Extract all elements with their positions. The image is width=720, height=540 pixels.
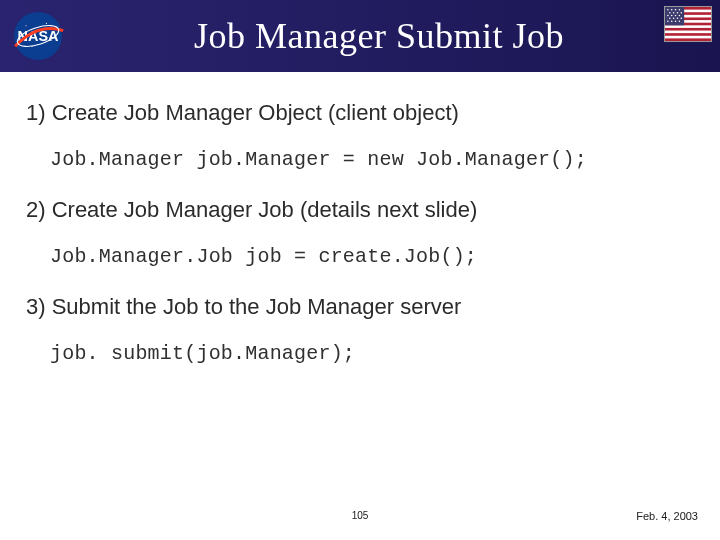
- svg-point-27: [675, 15, 677, 17]
- nasa-logo-icon: NASA: [8, 10, 68, 62]
- svg-point-21: [669, 12, 671, 14]
- us-flag-icon: [664, 6, 712, 42]
- svg-point-36: [679, 20, 681, 22]
- slide-footer: 105 Feb. 4, 2003: [0, 510, 720, 530]
- step-2-text: 2) Create Job Manager Job (details next …: [26, 197, 694, 223]
- slide-body: 1) Create Job Manager Object (client obj…: [0, 72, 720, 365]
- svg-point-28: [679, 15, 681, 17]
- svg-point-3: [25, 25, 26, 26]
- svg-point-31: [677, 18, 679, 20]
- svg-point-32: [681, 18, 683, 20]
- svg-point-26: [671, 15, 673, 17]
- svg-rect-13: [665, 28, 711, 31]
- step-1-text: 1) Create Job Manager Object (client obj…: [26, 100, 694, 126]
- svg-point-5: [51, 40, 52, 41]
- svg-point-30: [673, 18, 675, 20]
- svg-point-23: [677, 12, 679, 14]
- svg-rect-15: [665, 38, 711, 41]
- svg-point-34: [671, 20, 673, 22]
- slide-header: NASA Job Manager Submit Job: [0, 0, 720, 72]
- svg-point-7: [21, 36, 22, 37]
- svg-point-22: [673, 12, 675, 14]
- slide-title: Job Manager Submit Job: [68, 15, 720, 57]
- svg-rect-14: [665, 33, 711, 36]
- svg-point-4: [46, 23, 47, 24]
- page-number: 105: [352, 510, 369, 521]
- svg-point-6: [31, 46, 32, 47]
- step-3-code: job. submit(job.Manager);: [50, 342, 694, 365]
- svg-point-18: [671, 9, 673, 11]
- svg-point-33: [667, 20, 669, 22]
- svg-point-19: [675, 9, 677, 11]
- svg-point-20: [679, 9, 681, 11]
- step-1-code: Job.Manager job.Manager = new Job.Manage…: [50, 148, 694, 171]
- step-3-text: 3) Submit the Job to the Job Manager ser…: [26, 294, 694, 320]
- svg-point-24: [681, 12, 683, 14]
- svg-point-35: [675, 20, 677, 22]
- footer-date: Feb. 4, 2003: [636, 510, 698, 522]
- svg-point-29: [669, 18, 671, 20]
- step-2-code: Job.Manager.Job job = create.Job();: [50, 245, 694, 268]
- svg-point-25: [667, 15, 669, 17]
- svg-point-17: [667, 9, 669, 11]
